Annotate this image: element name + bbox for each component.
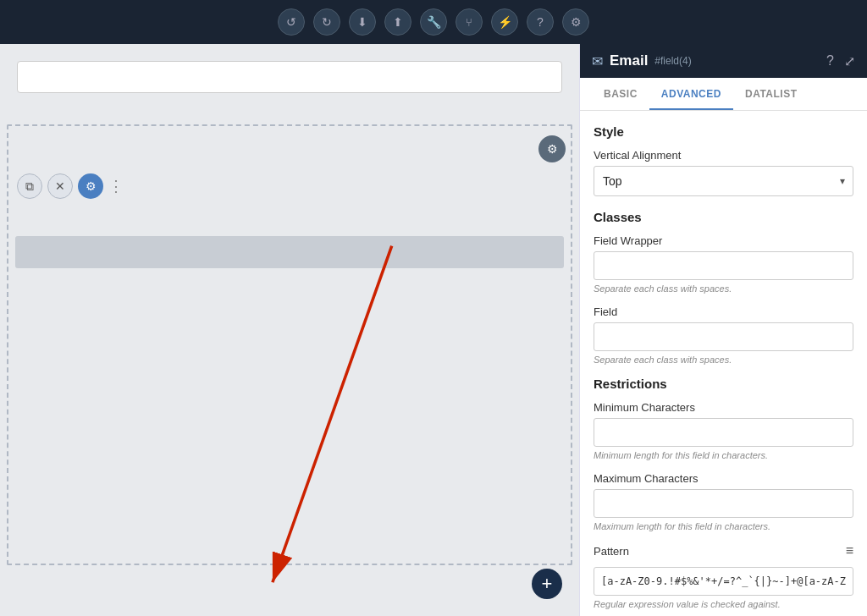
field-wrapper-label: Field Wrapper — [594, 234, 853, 247]
tab-basic[interactable]: BASIC — [592, 78, 649, 110]
toolbar: ↺ ↻ ⬇ ⬆ 🔧 ⑂ ⚡ ? ⚙ — [0, 0, 867, 44]
email-icon: ✉ — [592, 53, 603, 69]
max-chars-label: Maximum Characters — [594, 472, 853, 485]
panel-header-icons: ? ⤢ — [826, 53, 855, 69]
vertical-alignment-select-wrapper: Top Middle Bottom ▾ — [594, 166, 853, 196]
tab-datalist[interactable]: DATALIST — [733, 78, 809, 110]
restrictions-section: Restrictions Minimum Characters Minimum … — [594, 377, 853, 609]
branch-icon[interactable]: ⑂ — [456, 8, 483, 36]
upload-icon[interactable]: ⬆ — [384, 8, 411, 36]
wrench-icon[interactable]: 🔧 — [420, 8, 447, 36]
pattern-row: Pattern ≡ — [594, 543, 853, 558]
canvas-email-bar — [15, 236, 564, 268]
field-class-hint: Separate each class with spaces. — [594, 355, 853, 365]
panel-help-icon[interactable]: ? — [826, 53, 834, 69]
field-settings-icon[interactable]: ⚙ — [78, 173, 103, 199]
style-section-title: Style — [594, 124, 853, 139]
min-chars-label: Minimum Characters — [594, 401, 853, 414]
panel-header: ✉ Email #field(4) ? ⤢ — [580, 44, 867, 78]
max-chars-hint: Maximum length for this field in charact… — [594, 521, 853, 531]
field-class-label: Field — [594, 305, 853, 318]
style-section: Style Vertical Alignment Top Middle Bott… — [594, 124, 853, 196]
field-class-input[interactable] — [594, 322, 853, 351]
field-wrapper-hint: Separate each class with spaces. — [594, 283, 853, 294]
classes-section-title: Classes — [594, 210, 853, 224]
min-chars-input[interactable] — [594, 418, 853, 447]
field-wrapper-input[interactable] — [594, 251, 853, 280]
delete-icon[interactable]: ✕ — [47, 173, 73, 199]
more-options-icon[interactable]: ⋮ — [108, 177, 124, 195]
tab-advanced[interactable]: ADVANCED — [649, 78, 733, 110]
min-chars-hint: Minimum length for this field in charact… — [594, 450, 853, 460]
max-chars-input[interactable] — [594, 489, 853, 518]
panel-field-id: #field(4) — [654, 55, 691, 67]
panel-header-left: ✉ Email #field(4) — [592, 52, 692, 69]
gear-icon[interactable]: ⚙ — [562, 8, 589, 36]
panel-expand-icon[interactable]: ⤢ — [844, 53, 855, 69]
canvas-top-input[interactable] — [17, 61, 562, 93]
canvas-field-row: ⧉ ✕ ⚙ ⋮ — [8, 168, 571, 204]
vertical-alignment-label: Vertical Alignment — [594, 149, 853, 162]
lightning-icon[interactable]: ⚡ — [491, 8, 518, 36]
panel-tabs: BASIC ADVANCED DATALIST — [580, 78, 867, 111]
add-field-button[interactable]: + — [532, 569, 562, 599]
main-layout: ⚙ ⧉ ✕ ⚙ ⋮ + — [0, 44, 867, 616]
panel-title: Email — [610, 52, 648, 69]
panel-content: Style Vertical Alignment Top Middle Bott… — [580, 111, 867, 616]
help-icon[interactable]: ? — [527, 8, 554, 36]
classes-section: Classes Field Wrapper Separate each clas… — [594, 210, 853, 365]
restrictions-section-title: Restrictions — [594, 377, 853, 391]
vertical-alignment-select[interactable]: Top Middle Bottom — [594, 166, 853, 196]
redo-icon[interactable]: ↻ — [313, 8, 340, 36]
pattern-hint: Regular expression value is checked agai… — [594, 599, 853, 609]
download-icon[interactable]: ⬇ — [349, 8, 376, 36]
undo-icon[interactable]: ↺ — [278, 8, 305, 36]
pattern-input[interactable] — [594, 567, 853, 596]
right-panel: ✉ Email #field(4) ? ⤢ BASIC ADVANCED DAT… — [579, 44, 867, 616]
copy-icon[interactable]: ⧉ — [17, 173, 42, 199]
canvas-area: ⚙ ⧉ ✕ ⚙ ⋮ + — [0, 44, 579, 616]
pattern-menu-icon[interactable]: ≡ — [846, 543, 853, 558]
canvas-selection-box: ⧉ ✕ ⚙ ⋮ — [7, 124, 572, 565]
pattern-label: Pattern — [594, 545, 629, 558]
